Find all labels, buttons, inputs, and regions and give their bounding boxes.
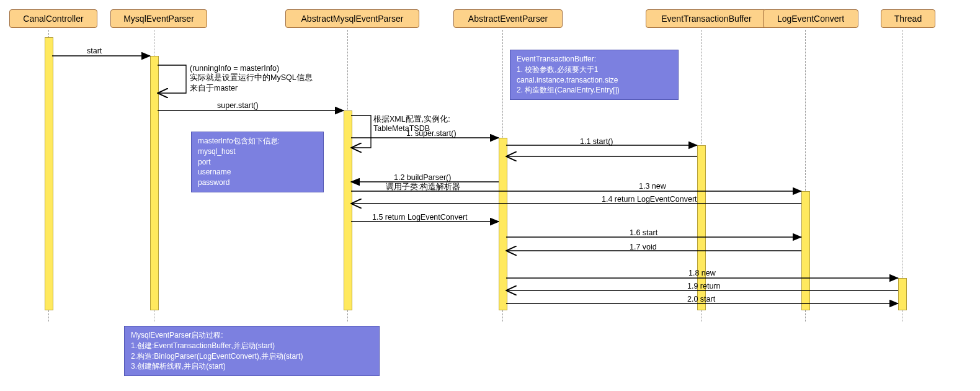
note-startprocess: MysqlEventParser启动过程: 1.创建:EventTransact… [124,326,380,376]
activation-thread [898,278,907,310]
note-line: canal.instance.transaction.size [517,76,618,84]
msg-1-4: 1.4 return LogEventConvert [602,195,697,204]
msg-2-0: 2.0 start [687,295,715,303]
msg-super-start: super.start() [217,101,259,110]
activation-mysqleventparser [150,56,159,310]
note-line: EventTransactionBuffer: [517,55,596,63]
msg-1-8: 1.8 new [688,269,716,277]
msg-1-2: 1.2 buildParser() [394,173,451,182]
participant-canalcontroller: CanalController [9,9,97,28]
note-line: password [198,178,229,187]
msg-1-7: 1.7 void [630,243,657,251]
note-line: 1.创建:EventTransactionBuffer,并启动(start) [131,341,275,350]
msg-1-6: 1.6 start [630,228,657,237]
participant-mysqleventparser: MysqlEventParser [110,9,207,28]
activation-abstractmysqleventparser [344,110,352,310]
note-line: mysql_host [198,147,236,156]
note-eventtransactionbuffer: EventTransactionBuffer: 1. 校验参数,必须要大于1 c… [510,50,679,100]
participant-logeventconvert: LogEventConvert [763,9,858,28]
participant-eventtransactionbuffer: EventTransactionBuffer [646,9,767,28]
msg-start: start [87,47,102,55]
msg-xmltop: 根据XML配置,实例化: [373,114,450,125]
participant-abstracteventparser: AbstractEventParser [453,9,563,28]
note-line: username [198,168,231,176]
note-line: port [198,158,211,166]
participant-abstractmysqleventparser: AbstractMysqlEventParser [285,9,419,28]
note-masterinfo: masterInfo包含如下信息: mysql_host port userna… [191,132,324,192]
msg-1-9: 1.9 return [687,282,721,290]
note-line: 3.创建解析线程,并启动(start) [131,362,226,371]
note-line: 2.构造:BinlogParser(LogEventConvert),并启动(s… [131,352,303,361]
participant-thread: Thread [881,9,935,28]
activation-logeventconvert [801,191,810,310]
note-line: 1. 校验参数,必须要大于1 [517,65,598,74]
msg-1-super: 1. super.start() [406,129,457,138]
msg-1-2b: 调用子类:构造解析器 [386,182,460,192]
activation-canalcontroller [45,37,53,310]
note-line: masterInfo包含如下信息: [198,137,280,145]
msg-1-5: 1.5 return LogEventConvert [372,213,468,222]
msg-1-1-start: 1.1 start() [580,137,613,146]
msg-runninginfo: (runningInfo = masterInfo) 实际就是设置运行中的MyS… [190,64,313,94]
activation-abstracteventparser [499,138,507,310]
msg-1-3: 1.3 new [639,182,666,191]
note-line: 2. 构造数组(CanalEntry.Entry[]) [517,86,620,94]
note-line: MysqlEventParser启动过程: [131,331,223,339]
